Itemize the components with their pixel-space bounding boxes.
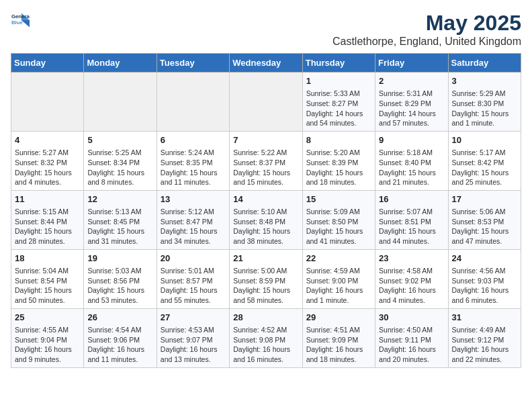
calendar-cell: 23Sunrise: 4:58 AMSunset: 9:02 PMDayligh… [375, 249, 448, 308]
calendar-cell: 11Sunrise: 5:15 AMSunset: 8:44 PMDayligh… [11, 190, 84, 249]
day-info: Sunset: 8:42 PM [452, 158, 517, 168]
day-info: and 15 minutes. [233, 177, 298, 187]
calendar-cell: 30Sunrise: 4:50 AMSunset: 9:11 PMDayligh… [375, 308, 448, 367]
day-info: Daylight: 16 hours [306, 285, 371, 295]
calendar-cell: 22Sunrise: 4:59 AMSunset: 9:00 PMDayligh… [302, 249, 375, 308]
day-info: Sunrise: 5:12 AM [161, 207, 226, 217]
day-info: Sunrise: 4:52 AM [233, 325, 298, 335]
day-info: Daylight: 14 hours [379, 109, 444, 119]
day-info: and 18 minutes. [306, 177, 371, 187]
day-number: 27 [161, 312, 226, 324]
day-number: 9 [379, 134, 444, 146]
day-number: 14 [233, 193, 298, 205]
calendar-cell: 21Sunrise: 5:00 AMSunset: 8:59 PMDayligh… [230, 249, 302, 308]
day-info: Sunrise: 5:29 AM [452, 89, 517, 99]
day-info: and 38 minutes. [233, 236, 298, 246]
calendar-cell: 9Sunrise: 5:18 AMSunset: 8:40 PMDaylight… [375, 131, 448, 190]
day-number: 3 [452, 75, 517, 87]
calendar-cell: 14Sunrise: 5:10 AMSunset: 8:48 PMDayligh… [230, 190, 302, 249]
day-info: Sunset: 8:59 PM [233, 276, 298, 286]
calendar-cell: 3Sunrise: 5:29 AMSunset: 8:30 PMDaylight… [448, 73, 521, 132]
calendar-cell: 16Sunrise: 5:07 AMSunset: 8:51 PMDayligh… [375, 190, 448, 249]
day-number: 1 [306, 75, 371, 87]
day-info: Daylight: 16 hours [452, 345, 517, 355]
day-info: Sunset: 9:06 PM [87, 335, 152, 345]
column-header-sunday: Sunday [11, 54, 84, 73]
day-info: Daylight: 15 hours [161, 168, 226, 178]
day-number: 12 [87, 193, 152, 205]
calendar-cell: 19Sunrise: 5:03 AMSunset: 8:56 PMDayligh… [84, 249, 157, 308]
day-info: Sunset: 9:07 PM [161, 335, 226, 345]
calendar-table: SundayMondayTuesdayWednesdayThursdayFrid… [11, 53, 521, 368]
day-info: Sunrise: 5:01 AM [161, 266, 226, 276]
calendar-cell: 25Sunrise: 4:55 AMSunset: 9:04 PMDayligh… [11, 308, 84, 367]
day-info: Sunset: 8:32 PM [15, 158, 80, 168]
day-info: and 54 minutes. [306, 118, 371, 128]
day-info: Sunset: 8:56 PM [87, 276, 152, 286]
calendar-cell: 24Sunrise: 4:56 AMSunset: 9:03 PMDayligh… [448, 249, 521, 308]
day-info: Daylight: 15 hours [161, 285, 226, 295]
day-info: Daylight: 16 hours [306, 345, 371, 355]
day-info: Daylight: 16 hours [379, 285, 444, 295]
day-info: Daylight: 16 hours [379, 345, 444, 355]
day-info: and 4 minutes. [15, 177, 80, 187]
day-info: Sunrise: 5:13 AM [87, 207, 152, 217]
day-info: and 20 minutes. [379, 355, 444, 365]
day-number: 5 [87, 134, 152, 146]
day-info: Daylight: 15 hours [233, 226, 298, 236]
day-info: Sunrise: 5:00 AM [233, 266, 298, 276]
day-info: and 11 minutes. [87, 355, 152, 365]
calendar-cell [11, 73, 84, 132]
day-info: and 1 minute. [452, 118, 517, 128]
day-info: Sunrise: 5:18 AM [379, 148, 444, 158]
calendar-cell [157, 73, 229, 132]
day-info: Sunrise: 4:50 AM [379, 325, 444, 335]
day-info: Sunset: 9:08 PM [233, 335, 298, 345]
day-number: 23 [379, 253, 444, 265]
day-info: Daylight: 16 hours [161, 345, 226, 355]
day-info: Sunset: 8:27 PM [306, 99, 371, 109]
day-info: Daylight: 15 hours [379, 168, 444, 178]
day-number: 16 [379, 193, 444, 205]
day-info: Daylight: 15 hours [15, 168, 80, 178]
day-info: Daylight: 15 hours [161, 226, 226, 236]
day-info: and 57 minutes. [379, 118, 444, 128]
day-info: Sunrise: 5:20 AM [306, 148, 371, 158]
day-info: and 16 minutes. [233, 355, 298, 365]
column-header-wednesday: Wednesday [230, 54, 302, 73]
day-info: Daylight: 15 hours [452, 226, 517, 236]
day-info: Sunrise: 4:54 AM [87, 325, 152, 335]
day-number: 8 [306, 134, 371, 146]
calendar-cell: 13Sunrise: 5:12 AMSunset: 8:47 PMDayligh… [157, 190, 229, 249]
day-info: Sunrise: 4:55 AM [15, 325, 80, 335]
day-info: and 25 minutes. [452, 177, 517, 187]
day-number: 25 [15, 312, 80, 324]
day-info: Sunset: 9:03 PM [452, 276, 517, 286]
day-info: Sunset: 8:47 PM [161, 217, 226, 227]
day-info: Sunset: 8:53 PM [452, 217, 517, 227]
calendar-cell: 10Sunrise: 5:17 AMSunset: 8:42 PMDayligh… [448, 131, 521, 190]
day-info: Sunset: 8:45 PM [87, 217, 152, 227]
logo-icon: General Blue [11, 11, 30, 30]
day-info: and 53 minutes. [87, 295, 152, 306]
logo: General Blue [11, 11, 30, 30]
column-header-friday: Friday [375, 54, 448, 73]
calendar-cell: 17Sunrise: 5:06 AMSunset: 8:53 PMDayligh… [448, 190, 521, 249]
day-info: Daylight: 16 hours [452, 285, 517, 295]
day-number: 31 [452, 312, 517, 324]
day-info: Daylight: 15 hours [15, 285, 80, 295]
day-info: Sunset: 8:29 PM [379, 99, 444, 109]
day-info: Sunrise: 4:51 AM [306, 325, 371, 335]
day-number: 2 [379, 75, 444, 87]
day-number: 21 [233, 253, 298, 265]
calendar-cell: 5Sunrise: 5:25 AMSunset: 8:34 PMDaylight… [84, 131, 157, 190]
calendar-header-row: SundayMondayTuesdayWednesdayThursdayFrid… [11, 54, 521, 73]
day-info: and 21 minutes. [379, 177, 444, 187]
day-info: and 28 minutes. [15, 236, 80, 246]
day-info: Sunset: 8:30 PM [452, 99, 517, 109]
day-number: 10 [452, 134, 517, 146]
calendar-week-2: 4Sunrise: 5:27 AMSunset: 8:32 PMDaylight… [11, 131, 521, 190]
day-info: Sunrise: 5:07 AM [379, 207, 444, 217]
day-info: and 31 minutes. [87, 236, 152, 246]
calendar-cell: 26Sunrise: 4:54 AMSunset: 9:06 PMDayligh… [84, 308, 157, 367]
